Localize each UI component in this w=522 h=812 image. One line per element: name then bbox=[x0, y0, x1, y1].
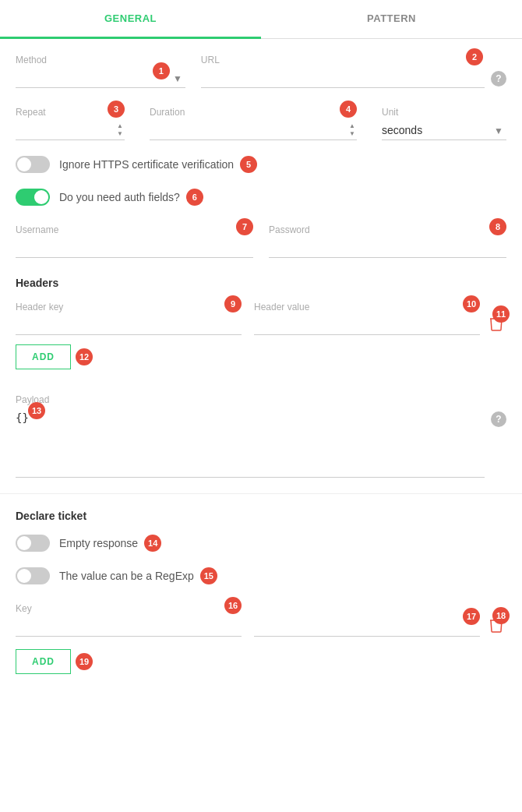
auth-badge: 6 bbox=[186, 189, 203, 206]
password-label: Password bbox=[269, 224, 506, 235]
header-input-row: Header key 9 Header value 10 11 bbox=[16, 302, 506, 335]
regex-badge: 15 bbox=[200, 567, 217, 584]
empty-response-toggle[interactable] bbox=[16, 535, 50, 552]
payload-help-icon[interactable]: ? bbox=[491, 411, 506, 427]
payload-content: {} ? 13 bbox=[16, 408, 506, 478]
header-key-badge: 9 bbox=[224, 295, 242, 312]
https-slider bbox=[16, 156, 50, 173]
header-value-label: Header value bbox=[254, 302, 480, 312]
declare-add-badge: 19 bbox=[76, 653, 93, 670]
regex-label: The value can be a RegExp bbox=[59, 570, 194, 582]
regex-toggle-row: The value can be a RegExp 15 bbox=[16, 567, 506, 584]
payload-section: Payload {} ? 13 bbox=[0, 394, 522, 478]
duration-up-btn[interactable]: ▲ bbox=[347, 122, 357, 130]
duration-down-btn[interactable]: ▼ bbox=[347, 130, 357, 138]
auth-label: Do you need auth fields? bbox=[59, 191, 180, 203]
declare-value-field: 17 bbox=[254, 614, 480, 637]
password-badge: 8 bbox=[489, 218, 506, 235]
username-input[interactable] bbox=[16, 238, 253, 258]
duration-input[interactable] bbox=[150, 121, 344, 139]
repeat-input[interactable] bbox=[16, 121, 112, 139]
empty-response-slider bbox=[16, 535, 50, 552]
url-help-icon[interactable]: ? bbox=[491, 71, 506, 86]
password-input[interactable] bbox=[269, 238, 506, 258]
headers-add-badge: 12 bbox=[76, 348, 93, 365]
headers-section: Headers Header key 9 Header value 10 11 bbox=[0, 277, 522, 382]
header-key-field: Header key 9 bbox=[16, 302, 242, 335]
key-field: Key 16 bbox=[16, 603, 242, 637]
repeat-spinners: ▲ ▼ bbox=[115, 122, 125, 138]
username-field: Username 7 bbox=[16, 224, 253, 258]
header-value-input[interactable] bbox=[254, 316, 480, 335]
header-value-field: Header value 10 bbox=[254, 302, 480, 335]
duration-field: Duration ▲ ▼ 4 bbox=[150, 107, 357, 140]
payload-textarea[interactable]: {} bbox=[16, 408, 485, 478]
declare-value-input[interactable] bbox=[254, 617, 480, 637]
auth-slider bbox=[16, 189, 50, 206]
password-field: Password 8 bbox=[269, 224, 506, 258]
tab-pattern[interactable]: PATTERN bbox=[261, 0, 522, 39]
key-badge: 16 bbox=[224, 597, 242, 614]
duration-label: Duration bbox=[150, 107, 357, 118]
repeat-field: Repeat ▲ ▼ 3 bbox=[16, 107, 125, 140]
repeat-up-btn[interactable]: ▲ bbox=[115, 122, 125, 130]
unit-field: Unit seconds minutes hours days ▼ bbox=[382, 107, 506, 140]
section-divider bbox=[0, 493, 522, 494]
repeat-down-btn[interactable]: ▼ bbox=[115, 130, 125, 138]
declare-ticket-title: Declare ticket bbox=[16, 510, 506, 522]
declare-value-badge: 17 bbox=[463, 608, 480, 625]
auth-toggle[interactable] bbox=[16, 189, 50, 206]
url-label: URL bbox=[201, 55, 506, 65]
username-label: Username bbox=[16, 224, 253, 235]
https-badge: 5 bbox=[240, 156, 257, 173]
empty-response-badge: 14 bbox=[144, 535, 161, 552]
auth-toggle-row: Do you need auth fields? 6 bbox=[16, 189, 506, 206]
username-badge: 7 bbox=[236, 218, 253, 235]
key-value-row: Key 16 17 18 bbox=[16, 603, 506, 637]
empty-response-row: Empty response 14 bbox=[16, 535, 506, 552]
method-badge: 1 bbox=[153, 62, 170, 79]
https-toggle[interactable] bbox=[16, 156, 50, 173]
regex-toggle[interactable] bbox=[16, 567, 50, 584]
https-toggle-row: Ignore HTTPS certificate verification 5 bbox=[16, 156, 506, 173]
method-field: Method GET POST PUT DELETE PATCH ▼ 1 bbox=[16, 55, 185, 88]
repeat-badge: 3 bbox=[108, 101, 125, 118]
key-label: Key bbox=[16, 603, 242, 614]
unit-select[interactable]: seconds minutes hours days bbox=[382, 121, 506, 140]
key-input[interactable] bbox=[16, 617, 242, 637]
declare-add-button[interactable]: ADD bbox=[16, 649, 71, 674]
tab-general[interactable]: GENERAL bbox=[0, 0, 261, 39]
url-field: URL ? 2 bbox=[201, 55, 506, 88]
headers-add-button[interactable]: ADD bbox=[16, 344, 71, 369]
duration-badge: 4 bbox=[340, 101, 357, 118]
duration-spinners: ▲ ▼ bbox=[347, 122, 357, 138]
header-key-label: Header key bbox=[16, 302, 242, 312]
declare-ticket-section: Declare ticket Empty response 14 The val… bbox=[0, 510, 522, 687]
https-label: Ignore HTTPS certificate verification bbox=[59, 158, 234, 171]
regex-slider bbox=[16, 567, 50, 584]
payload-label: Payload bbox=[16, 394, 506, 405]
declare-delete-badge: 18 bbox=[492, 607, 510, 624]
unit-label: Unit bbox=[382, 107, 506, 118]
header-value-badge: 10 bbox=[463, 295, 480, 312]
header-delete-badge: 11 bbox=[492, 305, 510, 323]
tabs-container: GENERAL PATTERN bbox=[0, 0, 522, 39]
headers-title: Headers bbox=[16, 277, 506, 289]
empty-response-label: Empty response bbox=[59, 537, 138, 549]
payload-badge: 13 bbox=[28, 402, 45, 419]
header-key-input[interactable] bbox=[16, 316, 242, 335]
url-badge: 2 bbox=[466, 48, 483, 65]
url-input[interactable] bbox=[201, 69, 485, 88]
